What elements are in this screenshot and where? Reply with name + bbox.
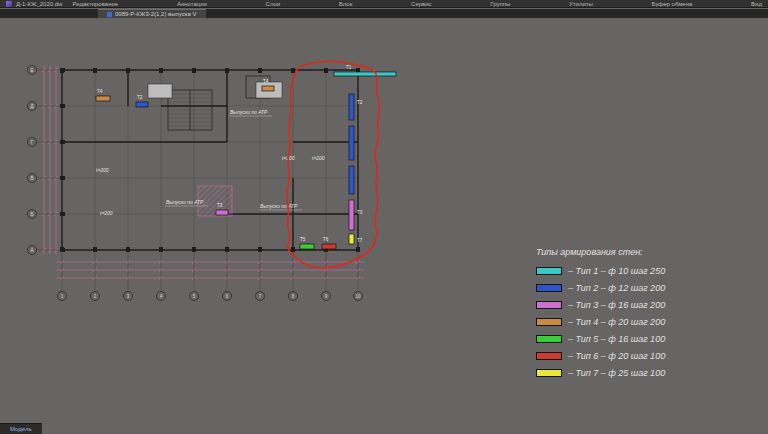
legend-row: – Тип 3 – ф 16 шаг 200: [536, 296, 665, 313]
axis-letter: Е: [30, 68, 33, 73]
axis-number: 7: [259, 294, 262, 299]
legend-label-type3: – Тип 3 – ф 16 шаг 200: [568, 300, 665, 310]
app-logo-icon: [6, 1, 12, 7]
legend-label-type5: – Тип 5 – ф 16 шаг 100: [568, 334, 665, 344]
document-label: Д-1-КЖ_2020.dw: [16, 1, 62, 7]
axis-number: 5: [193, 294, 196, 299]
ribbon-panel-block[interactable]: Блок: [339, 1, 352, 7]
legend-title: Типы армирования стен:: [536, 247, 665, 257]
marker-type6[interactable]: [322, 244, 336, 249]
legend-swatch-type3: [536, 301, 562, 309]
marker-type2[interactable]: [349, 94, 354, 120]
annotation-atr: Выпуски по АТР: [230, 109, 268, 115]
ribbon-panel-annotation[interactable]: Аннотации: [177, 1, 207, 7]
ribbon-panel-service[interactable]: Сервис: [411, 1, 432, 7]
dwg-file-icon: [107, 12, 112, 17]
axis-letter: Д: [30, 104, 33, 109]
legend-label-type7: – Тип 7 – ф 25 шаг 100: [568, 368, 665, 378]
marker-type3[interactable]: [216, 210, 228, 215]
ribbon-panel-view[interactable]: Вид: [751, 1, 762, 7]
axis-number: 10: [355, 294, 361, 299]
marker-type2[interactable]: [136, 102, 148, 107]
annotation-atr: Выпуски по АТР: [260, 203, 298, 209]
ribbon-panel-clipboard[interactable]: Буфер обмена: [652, 1, 693, 7]
marker-type7[interactable]: [349, 234, 354, 244]
legend-row: – Тип 5 – ф 16 шаг 100: [536, 330, 665, 347]
axis-number: 8: [292, 294, 295, 299]
legend-swatch-type1: [536, 267, 562, 275]
grid-and-dimensions: 12345678910ЕДГВБА: [28, 66, 365, 301]
ribbon-bar: Д-1-КЖ_2020.dw Редактирование Аннотации …: [0, 0, 768, 8]
marker-type1[interactable]: [334, 72, 396, 76]
marker-type4[interactable]: [96, 96, 110, 101]
type-label: Т3: [357, 210, 363, 215]
legend-swatch-type4: [536, 318, 562, 326]
axis-number: 1: [61, 294, 64, 299]
legend-row: – Тип 2 – ф 12 шаг 200: [536, 279, 665, 296]
marker-type4[interactable]: [262, 86, 274, 91]
ribbon-panel-utilities[interactable]: Утилиты: [569, 1, 593, 7]
ribbon-panel-groups[interactable]: Группы: [490, 1, 510, 7]
ribbon-panels: Редактирование Аннотации Слои Блок Серви…: [72, 1, 762, 7]
type-label: Т5: [300, 237, 306, 242]
model-tab-label: Модель: [10, 426, 32, 432]
axis-letter: В: [30, 176, 33, 181]
legend-swatch-type7: [536, 369, 562, 377]
axis-letter: Б: [31, 212, 34, 217]
drawing-tab-label: 0089-Р-КЖ3-2(1,2) выпуска V: [115, 11, 197, 17]
type-label: Т6: [323, 237, 329, 242]
axis-number: 6: [226, 294, 229, 299]
legend-swatch-type6: [536, 352, 562, 360]
drawing-tab-active[interactable]: 0089-Р-КЖ3-2(1,2) выпуска V: [98, 9, 206, 18]
axis-number: 2: [94, 294, 97, 299]
type-label: Т2: [137, 95, 143, 100]
legend-row: – Тип 4 – ф 20 шаг 200: [536, 313, 665, 330]
legend-row: – Тип 7 – ф 25 шаг 100: [536, 364, 665, 381]
marker-type3[interactable]: [349, 200, 354, 230]
legend-swatch-type2: [536, 284, 562, 292]
type-label: Т1: [346, 65, 352, 70]
annotation-t200: t=200: [96, 167, 109, 173]
shaft-box: [148, 84, 172, 98]
type-label: Т3: [217, 203, 223, 208]
axis-number: 9: [325, 294, 328, 299]
legend-label-type4: – Тип 4 – ф 20 шаг 200: [568, 317, 665, 327]
legend-swatch-type5: [536, 335, 562, 343]
annotation-t200: t=200: [312, 155, 325, 161]
drawing-tab-bar: 0089-Р-КЖ3-2(1,2) выпуска V: [0, 9, 768, 18]
reinforcement-legend[interactable]: Типы армирования стен: – Тип 1 – ф 10 ша…: [536, 247, 665, 381]
cad-application-window: Д-1-КЖ_2020.dw Редактирование Аннотации …: [0, 0, 768, 434]
axis-number: 3: [127, 294, 130, 299]
ribbon-panel-layers[interactable]: Слои: [266, 1, 281, 7]
axis-letter: Г: [31, 140, 34, 145]
model-space-tab[interactable]: Модель: [0, 423, 42, 434]
legend-row: – Тип 1 – ф 10 шаг 250: [536, 262, 665, 279]
marker-labels: Т1 Т4 Т2 Т4 Т2 Т3 Т7 Т5 Т6 Т3: [97, 65, 363, 243]
type-label: Т2: [357, 100, 363, 105]
legend-label-type1: – Тип 1 – ф 10 шаг 250: [568, 266, 665, 276]
type-label: Т7: [357, 238, 363, 243]
annotation-t200: t=200: [100, 210, 113, 216]
marker-type5[interactable]: [300, 244, 314, 249]
marker-type2[interactable]: [349, 166, 354, 194]
legend-label-type2: – Тип 2 – ф 12 шаг 200: [568, 283, 665, 293]
marker-type2[interactable]: [349, 126, 354, 160]
type-label: Т4: [263, 79, 269, 84]
legend-row: – Тип 6 – ф 20 шаг 100: [536, 347, 665, 364]
annotation-atr: Выпуски по АТР: [166, 199, 204, 205]
legend-label-type6: – Тип 6 – ф 20 шаг 100: [568, 351, 665, 361]
axis-number: 4: [160, 294, 163, 299]
type-label: Т4: [97, 89, 103, 94]
ribbon-panel-edit[interactable]: Редактирование: [72, 1, 118, 7]
axis-letter: А: [30, 248, 33, 253]
